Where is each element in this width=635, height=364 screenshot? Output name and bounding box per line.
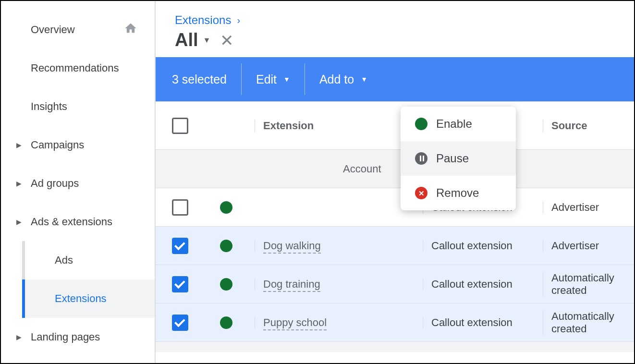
- sidebar: Overview Recommendations Insights ▶ Camp…: [1, 1, 155, 363]
- row-checkbox[interactable]: [172, 238, 188, 254]
- sidebar-item-label: Ad groups: [31, 177, 79, 190]
- addto-label: Add to: [319, 73, 354, 86]
- sidebar-item-label: Insights: [31, 100, 67, 113]
- sidebar-item-recommendations[interactable]: Recommendations: [1, 49, 155, 87]
- chevron-right-icon: ›: [237, 15, 240, 26]
- extension-type: Callout extension: [431, 240, 551, 252]
- group-label: Account: [343, 163, 381, 175]
- extension-type: Callout extension: [431, 278, 551, 291]
- menu-item-label: Enable: [436, 117, 472, 131]
- menu-item-enable[interactable]: Enable: [401, 107, 516, 141]
- edit-label: Edit: [256, 73, 277, 86]
- table-row[interactable]: Callout extension Advertiser: [156, 188, 634, 226]
- extension-name[interactable]: Puppy school: [263, 316, 327, 330]
- addto-dropdown[interactable]: Add to ▼: [305, 66, 382, 93]
- sidebar-item-label: Recommendations: [31, 62, 119, 74]
- table-header-row: Extension Extension type Source: [156, 101, 634, 149]
- close-icon[interactable]: ✕: [220, 31, 233, 50]
- sidebar-item-label: Campaigns: [31, 139, 84, 151]
- sidebar-item-label: Overview: [31, 24, 75, 36]
- status-enabled-icon: [220, 316, 232, 329]
- chevron-right-icon: ▶: [16, 141, 22, 149]
- remove-icon: [415, 187, 427, 199]
- chevron-down-icon: ▼: [361, 75, 367, 83]
- sidebar-item-ads-extensions[interactable]: ▶ Ads & extensions: [1, 203, 155, 241]
- sidebar-item-label: Ads: [55, 254, 73, 267]
- chevron-right-icon: ▶: [16, 218, 22, 226]
- sidebar-item-adgroups[interactable]: ▶ Ad groups: [1, 164, 155, 203]
- sidebar-item-label: Ads & extensions: [31, 216, 112, 228]
- chevron-down-icon: ▼: [283, 75, 290, 83]
- select-all-checkbox[interactable]: [172, 118, 188, 134]
- enable-icon: [415, 118, 427, 130]
- edit-menu: Enable Pause Remove: [401, 107, 516, 210]
- status-enabled-icon: [220, 201, 232, 214]
- sidebar-subitem-ads[interactable]: Ads: [22, 241, 155, 279]
- row-checkbox[interactable]: [172, 199, 188, 216]
- sidebar-item-label: Landing pages: [31, 331, 100, 343]
- table-group-row: Account: [156, 149, 634, 188]
- extension-type: Callout extension: [431, 316, 551, 329]
- extension-name[interactable]: Dog walking: [263, 240, 321, 254]
- sidebar-item-insights[interactable]: Insights: [1, 87, 155, 126]
- extension-name[interactable]: Dog training: [263, 278, 320, 292]
- main-panel: Extensions › All ▼ ✕ 3 selected Edit ▼: [155, 1, 634, 363]
- edit-dropdown[interactable]: Edit ▼: [242, 66, 305, 93]
- sidebar-item-overview[interactable]: Overview: [1, 11, 155, 49]
- breadcrumb[interactable]: Extensions ›: [175, 13, 615, 27]
- status-enabled-icon: [220, 240, 232, 252]
- table-row[interactable]: Dog training Callout extension Automatic…: [156, 265, 634, 303]
- sidebar-item-campaigns[interactable]: ▶ Campaigns: [1, 126, 155, 164]
- menu-item-label: Pause: [436, 152, 469, 165]
- sidebar-item-label: Extensions: [55, 292, 107, 305]
- extension-source: Automatically created: [551, 272, 618, 297]
- extensions-table: Extension Extension type Source Account …: [156, 101, 634, 363]
- menu-item-label: Remove: [436, 186, 479, 200]
- selection-count: 3 selected: [172, 66, 241, 93]
- column-header-source[interactable]: Source: [551, 120, 618, 132]
- row-checkbox[interactable]: [172, 315, 188, 331]
- table-footer: [156, 341, 634, 352]
- action-bar: 3 selected Edit ▼ Add to ▼: [156, 57, 634, 101]
- status-enabled-icon: [220, 278, 232, 291]
- home-icon: [124, 22, 137, 38]
- sidebar-subitem-extensions[interactable]: Extensions: [22, 279, 155, 318]
- extension-source: Advertiser: [551, 201, 618, 214]
- row-checkbox[interactable]: [172, 276, 188, 292]
- chevron-right-icon: ▶: [16, 333, 22, 341]
- breadcrumb-label: Extensions: [175, 13, 231, 27]
- filter-label-text: All: [175, 30, 198, 50]
- table-row[interactable]: Puppy school Callout extension Automatic…: [156, 303, 634, 341]
- menu-item-pause[interactable]: Pause: [401, 141, 516, 176]
- filter-dropdown[interactable]: All ▼: [175, 30, 210, 50]
- pause-icon: [415, 152, 427, 165]
- chevron-right-icon: ▶: [16, 180, 22, 187]
- extension-source: Advertiser: [551, 240, 618, 252]
- menu-item-remove[interactable]: Remove: [401, 176, 516, 210]
- extension-source: Automatically created: [551, 310, 618, 335]
- table-row[interactable]: Dog walking Callout extension Advertiser: [156, 226, 634, 265]
- chevron-down-icon: ▼: [203, 36, 211, 45]
- selection-count-text: 3 selected: [172, 73, 227, 86]
- sidebar-item-landing-pages[interactable]: ▶ Landing pages: [1, 318, 155, 356]
- header: Extensions › All ▼ ✕: [156, 1, 634, 57]
